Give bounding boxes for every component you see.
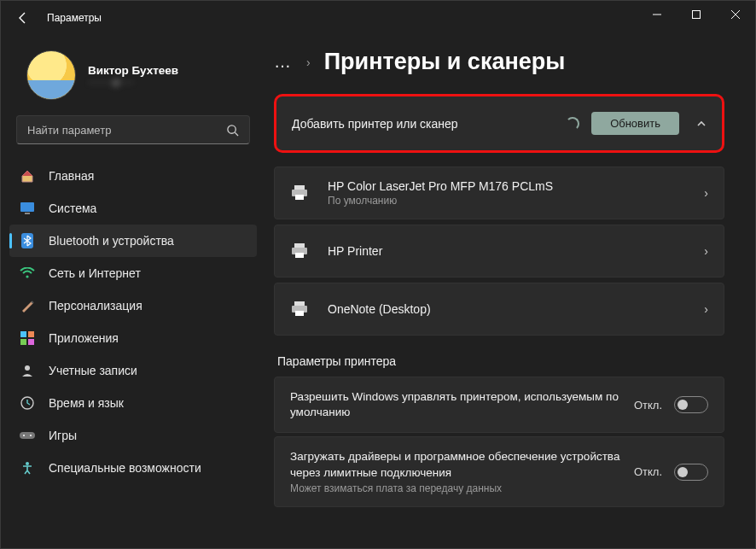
sidebar-item-label: Приложения (49, 331, 119, 345)
add-printer-card[interactable]: Добавить принтер или сканер Обновить (274, 94, 724, 153)
setting-title: Разрешить Windows управлять принтером, и… (290, 389, 622, 420)
svg-point-7 (26, 275, 28, 277)
avatar (26, 50, 76, 100)
user-name: Виктор Бухтеев (88, 64, 178, 77)
setting-default-printer: Разрешить Windows управлять принтером, и… (274, 377, 724, 433)
svg-point-15 (23, 435, 25, 436)
printer-icon (290, 243, 309, 259)
sidebar-item-system[interactable]: Система (9, 192, 257, 225)
chevron-up-icon[interactable] (696, 119, 707, 129)
profile-block[interactable]: Виктор Бухтеев ·········@····· (1, 42, 265, 115)
back-button[interactable] (11, 6, 35, 30)
sidebar-item-home[interactable]: Главная (9, 160, 257, 192)
wifi-icon (20, 266, 35, 281)
section-label: Параметры принтера (277, 354, 724, 368)
svg-rect-24 (294, 301, 305, 306)
toggle-state: Откл. (634, 399, 662, 412)
sidebar-item-label: Сеть и Интернет (49, 266, 141, 280)
svg-rect-8 (20, 331, 26, 337)
sidebar-item-bluetooth[interactable]: Bluetooth и устройства (9, 225, 257, 257)
sidebar-item-time[interactable]: Время и язык (9, 387, 257, 419)
svg-rect-4 (20, 202, 34, 212)
svg-rect-23 (295, 253, 304, 258)
printer-row[interactable]: HP Printer › (274, 225, 724, 277)
sidebar-item-label: Bluetooth и устройства (49, 234, 174, 248)
svg-rect-14 (20, 432, 35, 439)
search-input[interactable] (27, 124, 226, 137)
printer-name: OneNote (Desktop) (328, 302, 704, 316)
svg-line-3 (235, 132, 238, 136)
system-icon (20, 201, 35, 216)
sidebar-item-label: Система (49, 201, 96, 215)
titlebar: Параметры (1, 1, 755, 35)
svg-rect-20 (295, 195, 304, 200)
sidebar-item-label: Главная (49, 169, 94, 183)
printer-icon (290, 185, 309, 201)
loading-spinner-icon (566, 117, 579, 131)
sidebar-item-personalization[interactable]: Персонализация (9, 289, 257, 322)
sidebar-item-label: Персонализация (49, 299, 142, 312)
svg-rect-18 (294, 185, 305, 190)
printer-row[interactable]: OneNote (Desktop) › (274, 283, 724, 336)
printer-row[interactable]: HP Color LaserJet Pro MFP M176 PCLmS По … (274, 166, 724, 219)
nav-list: Главная Система Bluetooth и устройства С… (1, 156, 265, 548)
main-content: … › Принтеры и сканеры Добавить принтер … (265, 35, 755, 548)
sidebar-item-accessibility[interactable]: Специальные возможности (9, 452, 257, 484)
add-printer-label: Добавить принтер или сканер (292, 117, 566, 131)
breadcrumb-more-button[interactable]: … (274, 52, 293, 72)
svg-rect-5 (25, 213, 30, 214)
chevron-right-icon: › (704, 186, 708, 200)
printer-name: HP Color LaserJet Pro MFP M176 PCLmS (328, 179, 704, 193)
svg-rect-10 (20, 339, 26, 345)
close-button[interactable] (716, 1, 755, 28)
settings-window: Параметры Виктор Бухтеев ·········@····· (0, 0, 756, 549)
page-title: Принтеры и сканеры (324, 49, 566, 75)
search-icon (226, 124, 239, 137)
sidebar-item-label: Специальные возможности (49, 461, 201, 475)
svg-rect-26 (295, 311, 304, 316)
printer-status: По умолчанию (328, 195, 704, 207)
svg-point-16 (30, 435, 32, 436)
breadcrumb: … › Принтеры и сканеры (274, 49, 724, 75)
apps-icon (20, 330, 35, 346)
svg-rect-11 (28, 339, 34, 345)
printer-icon (290, 301, 309, 317)
chevron-right-icon: › (704, 244, 708, 258)
brush-icon (20, 298, 35, 313)
svg-rect-1 (693, 11, 701, 19)
setting-title: Загружать драйверы и программное обеспеч… (290, 449, 622, 480)
user-email: ·········@····· (88, 77, 178, 87)
clock-icon (20, 395, 35, 411)
printer-name: HP Printer (328, 244, 704, 258)
sidebar-item-gaming[interactable]: Игры (9, 419, 257, 452)
svg-point-17 (26, 462, 29, 465)
svg-point-2 (228, 125, 236, 132)
maximize-button[interactable] (677, 1, 716, 28)
svg-rect-9 (28, 331, 34, 337)
sidebar-item-network[interactable]: Сеть и Интернет (9, 257, 257, 289)
accounts-icon (20, 363, 35, 378)
window-title: Параметры (47, 12, 102, 24)
setting-subtitle: Может взиматься плата за передачу данных (290, 482, 622, 494)
toggle-state: Откл. (634, 465, 662, 478)
sidebar-item-apps[interactable]: Приложения (9, 322, 257, 354)
bluetooth-icon (20, 233, 35, 248)
refresh-button[interactable]: Обновить (591, 112, 679, 135)
sidebar: Виктор Бухтеев ·········@····· Главная С… (1, 35, 265, 548)
svg-point-12 (25, 365, 30, 371)
search-box[interactable] (16, 115, 250, 144)
chevron-right-icon: › (306, 55, 311, 69)
setting-metered-download: Загружать драйверы и программное обеспеч… (274, 436, 724, 506)
toggle-switch[interactable] (674, 464, 708, 481)
sidebar-item-accounts[interactable]: Учетные записи (9, 354, 257, 387)
accessibility-icon (20, 460, 35, 476)
chevron-right-icon: › (704, 302, 708, 316)
sidebar-item-label: Время и язык (49, 396, 124, 410)
minimize-button[interactable] (637, 1, 677, 28)
sidebar-item-label: Учетные записи (49, 364, 137, 377)
window-controls (637, 1, 755, 28)
gaming-icon (20, 428, 35, 443)
home-icon (20, 168, 35, 184)
toggle-switch[interactable] (674, 396, 708, 413)
sidebar-item-label: Игры (49, 429, 77, 442)
